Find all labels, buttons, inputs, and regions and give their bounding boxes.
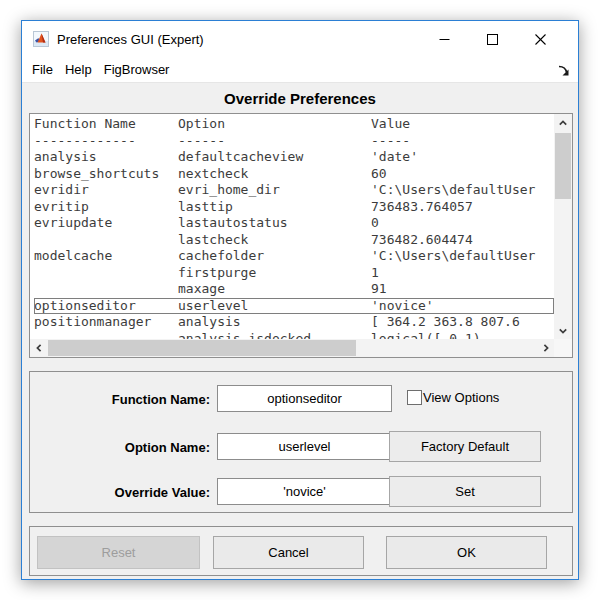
table-cell: defaultcacheview (178, 149, 371, 166)
table-header-row: ------------------------ (34, 133, 554, 150)
preferences-list[interactable]: Function NameOptionValue----------------… (29, 113, 573, 358)
maximize-button[interactable] (468, 21, 516, 57)
table-cell: lastautostatus (178, 215, 371, 232)
desktop-background: Preferences GUI (Expert) File Help (0, 0, 600, 600)
reset-button[interactable]: Reset (37, 536, 200, 569)
view-options-checkbox[interactable] (407, 390, 422, 405)
table-cell: lastcheck (178, 232, 371, 249)
table-cell: analysis_isdocked (178, 331, 371, 340)
factory-default-button[interactable]: Factory Default (389, 431, 541, 462)
title-bar[interactable]: Preferences GUI (Expert) (22, 21, 578, 57)
matlab-icon (33, 31, 49, 47)
table-cell: lasttip (178, 199, 371, 216)
menu-bar: File Help FigBrowser (22, 57, 578, 83)
view-options-label: View Options (423, 390, 499, 405)
function-name-row: Function Name: View Options (30, 385, 572, 415)
table-cell (34, 281, 178, 298)
table-cell: 60 (371, 166, 554, 183)
table-cell: evritip (34, 199, 178, 216)
table-cell: 1 (371, 265, 554, 282)
table-cell: maxage (178, 281, 371, 298)
menu-help[interactable]: Help (59, 62, 98, 77)
menu-figbrowser[interactable]: FigBrowser (98, 62, 176, 77)
table-cell: 'novice' (371, 298, 554, 315)
close-button[interactable] (516, 21, 564, 57)
table-cell: evriupdate (34, 215, 178, 232)
table-cell (34, 331, 178, 340)
table-cell: 0 (371, 215, 554, 232)
window-title: Preferences GUI (Expert) (57, 32, 204, 47)
table-row[interactable]: positionmanageranalysis[ 364.2 363.8 807… (34, 314, 554, 331)
table-cell: firstpurge (178, 265, 371, 282)
table-cell: 'date' (371, 149, 554, 166)
table-cell: nextcheck (178, 166, 371, 183)
list-rows: Function NameOptionValue----------------… (30, 114, 554, 339)
vertical-scroll-thumb[interactable] (555, 133, 571, 199)
table-cell: analysis (34, 149, 178, 166)
horizontal-scroll-thumb[interactable] (48, 340, 356, 356)
table-cell: [ 364.2 363.8 807.6 (371, 314, 554, 331)
scrollbar-corner (554, 339, 572, 357)
minimize-button[interactable] (420, 21, 468, 57)
table-cell: Value (371, 116, 554, 133)
window-controls (420, 21, 564, 57)
scroll-up-icon[interactable] (554, 114, 572, 131)
table-row[interactable]: firstpurge1 (34, 265, 554, 282)
table-row[interactable]: evritiplasttip736483.764057 (34, 199, 554, 216)
table-cell (34, 265, 178, 282)
table-cell: ------ (178, 133, 371, 150)
table-cell: cachefolder (178, 248, 371, 265)
edit-panel: Function Name: View Options Option Name:… (29, 371, 573, 513)
page-title: Override Preferences (224, 90, 376, 107)
table-row[interactable]: analysis_isdockedlogical([ 0 1) (34, 331, 554, 340)
table-row[interactable]: modelcachecachefolder'C:\Users\defaultUs… (34, 248, 554, 265)
table-cell: modelcache (34, 248, 178, 265)
table-row[interactable]: browse_shortcutsnextcheck60 (34, 166, 554, 183)
override-value-input[interactable] (217, 478, 392, 505)
table-cell: evri_home_dir (178, 182, 371, 199)
table-cell: ------------- (34, 133, 178, 150)
option-name-label: Option Name: (48, 440, 210, 455)
table-row[interactable]: evridirevri_home_dir'C:\Users\defaultUse… (34, 182, 554, 199)
table-cell: ----- (371, 133, 554, 150)
option-name-row: Option Name: Factory Default (30, 433, 572, 463)
table-row[interactable]: lastcheck736482.604474 (34, 232, 554, 249)
table-cell: optionseditor (34, 298, 178, 315)
table-row[interactable]: evriupdatelastautostatus0 (34, 215, 554, 232)
horizontal-scrollbar[interactable] (30, 339, 554, 357)
action-button-panel: Reset Cancel OK (29, 526, 573, 576)
table-cell: Option (178, 116, 371, 133)
function-name-label: Function Name: (48, 392, 210, 407)
override-value-row: Override Value: Set (30, 478, 572, 508)
table-cell: userlevel (178, 298, 371, 315)
set-button[interactable]: Set (389, 476, 541, 507)
table-cell: Function Name (34, 116, 178, 133)
view-options-group[interactable]: View Options (407, 390, 499, 405)
dock-arrow-icon[interactable] (557, 63, 570, 76)
table-row[interactable]: optionseditoruserlevel'novice' (34, 298, 554, 315)
vertical-scrollbar[interactable] (554, 114, 572, 339)
function-name-input[interactable] (217, 385, 392, 412)
table-cell: positionmanager (34, 314, 178, 331)
table-row[interactable]: maxage91 (34, 281, 554, 298)
table-cell: 'C:\Users\defaultUser (371, 182, 554, 199)
table-cell: analysis (178, 314, 371, 331)
option-name-input[interactable] (217, 433, 392, 460)
cancel-button[interactable]: Cancel (213, 536, 364, 569)
table-cell: browse_shortcuts (34, 166, 178, 183)
table-header-row: Function NameOptionValue (34, 116, 554, 133)
table-cell: 736482.604474 (371, 232, 554, 249)
table-cell: 91 (371, 281, 554, 298)
table-cell (34, 232, 178, 249)
menu-file[interactable]: File (22, 62, 59, 77)
table-cell: logical([ 0 1) (371, 331, 554, 340)
scroll-right-icon[interactable] (537, 339, 554, 357)
scroll-down-icon[interactable] (554, 322, 572, 339)
preferences-window: Preferences GUI (Expert) File Help (21, 20, 579, 580)
header-strip: Override Preferences (22, 83, 578, 113)
table-cell: evridir (34, 182, 178, 199)
override-value-label: Override Value: (48, 485, 210, 500)
table-row[interactable]: analysisdefaultcacheview'date' (34, 149, 554, 166)
ok-button[interactable]: OK (386, 536, 547, 569)
scroll-left-icon[interactable] (30, 339, 47, 357)
